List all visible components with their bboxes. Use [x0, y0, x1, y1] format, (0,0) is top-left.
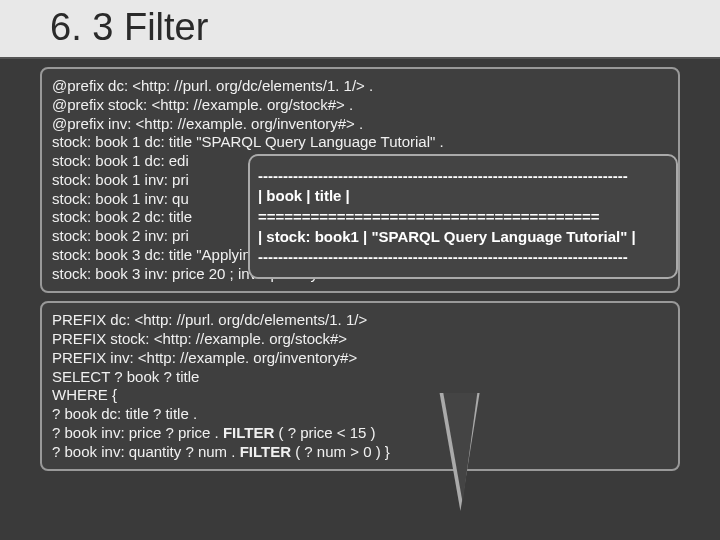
query-result-callout: ----------------------------------------…	[248, 154, 678, 279]
title-area: 6. 3 Filter	[0, 0, 720, 59]
code-line: ? book dc: title ? title .	[52, 405, 668, 424]
code-line: WHERE {	[52, 386, 668, 405]
result-line: =======================================	[258, 207, 668, 227]
code-line: PREFIX inv: <http: //example. org/invent…	[52, 349, 668, 368]
code-line: SELECT ? book ? title	[52, 368, 668, 387]
code-line: @prefix dc: <http: //purl. org/dc/elemen…	[52, 77, 668, 96]
filter-keyword: FILTER	[223, 424, 274, 441]
code-line: @prefix inv: <http: //example. org/inven…	[52, 115, 668, 134]
result-line: ----------------------------------------…	[258, 247, 668, 267]
code-line: stock: book 1 dc: title "SPARQL Query La…	[52, 133, 668, 152]
filter-keyword: FILTER	[240, 443, 291, 460]
result-line: | stock: book1 | "SPARQL Query Language …	[258, 227, 668, 247]
code-line: @prefix stock: <http: //example. org/sto…	[52, 96, 668, 115]
code-line: ? book inv: price ? price . FILTER ( ? p…	[52, 424, 668, 443]
code-line: PREFIX dc: <http: //purl. org/dc/element…	[52, 311, 668, 330]
result-line: ----------------------------------------…	[258, 166, 668, 186]
sparql-query-block: PREFIX dc: <http: //purl. org/dc/element…	[40, 301, 680, 471]
slide: 6. 3 Filter @prefix dc: <http: //purl. o…	[0, 0, 720, 540]
code-line: PREFIX stock: <http: //example. org/stoc…	[52, 330, 668, 349]
slide-title: 6. 3 Filter	[50, 6, 670, 49]
code-line: ? book inv: quantity ? num . FILTER ( ? …	[52, 443, 668, 462]
result-line: | book | title |	[258, 186, 668, 206]
